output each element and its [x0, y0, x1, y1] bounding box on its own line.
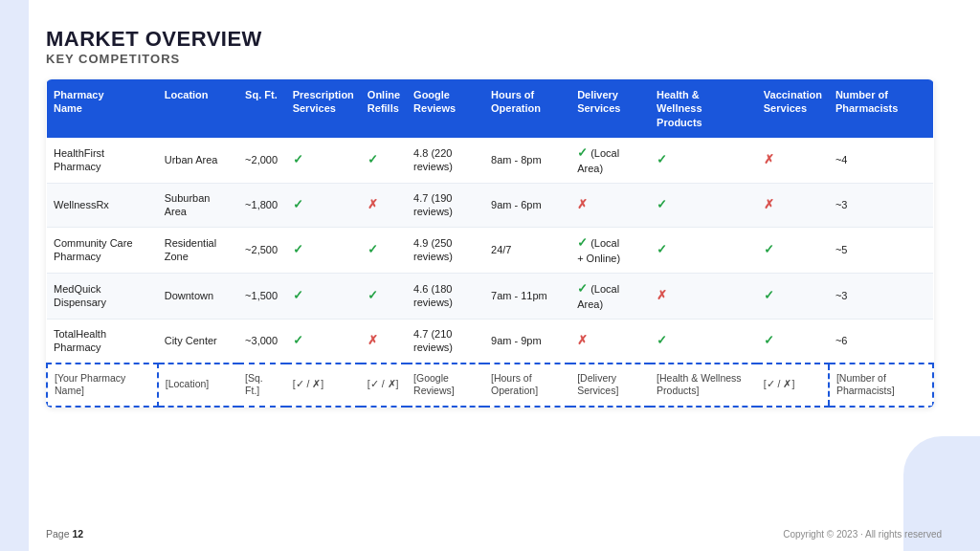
cell-reviews: 4.7 (190 reviews)	[407, 184, 484, 228]
competitors-table: PharmacyName Location Sq. Ft. Prescripti…	[46, 79, 934, 408]
check-icon: ✓	[293, 152, 303, 166]
cell-location: Urban Area	[158, 138, 238, 184]
ph-location: [Location]	[158, 364, 238, 407]
cell-location: Residential Zone	[158, 227, 238, 273]
cell-prescription: ✓	[286, 184, 361, 228]
table-row: MedQuick Dispensary Downtown ~1,500 ✓ ✓ …	[47, 273, 933, 319]
cell-sqft: ~1,800	[238, 184, 286, 228]
check-icon: ✓	[368, 152, 378, 166]
cross-icon: ✗	[368, 333, 378, 347]
ph-online-refills: [✓ / ✗]	[361, 364, 407, 407]
table-row: Community Care Pharmacy Residential Zone…	[47, 227, 933, 273]
col-header-online-refills: OnlineRefills	[361, 79, 407, 138]
cell-name: TotalHealth Pharmacy	[47, 320, 158, 364]
page-subtitle: KEY COMPETITORS	[46, 52, 942, 66]
cell-vaccination: ✓	[757, 320, 829, 364]
check-icon: ✓	[577, 235, 588, 250]
cell-name: WellnessRx	[47, 184, 158, 228]
cell-location: Downtown	[158, 273, 238, 319]
cross-icon: ✗	[368, 197, 378, 211]
cross-icon: ✗	[764, 197, 774, 211]
table-header-row: PharmacyName Location Sq. Ft. Prescripti…	[47, 79, 933, 138]
check-icon: ✓	[293, 333, 303, 347]
col-header-delivery: DeliveryServices	[570, 79, 650, 138]
cell-prescription: ✓	[286, 138, 361, 184]
cell-health: ✓	[650, 227, 757, 273]
col-header-reviews: GoogleReviews	[407, 79, 484, 138]
check-icon: ✓	[293, 242, 303, 256]
cross-icon: ✗	[764, 152, 774, 166]
ph-name: [Your Pharmacy Name]	[47, 364, 158, 407]
ph-vaccination: [✓ / ✗]	[757, 364, 829, 407]
cell-sqft: ~3,000	[238, 320, 286, 364]
table-row: TotalHealth Pharmacy City Center ~3,000 …	[47, 320, 933, 364]
cell-online-refills: ✓	[361, 273, 407, 319]
table-row: HealthFirst Pharmacy Urban Area ~2,000 ✓…	[47, 138, 933, 184]
cell-reviews: 4.7 (210 reviews)	[407, 320, 484, 364]
cell-reviews: 4.6 (180 reviews)	[407, 273, 484, 319]
cross-icon: ✗	[657, 288, 667, 302]
cell-online-refills: ✗	[361, 184, 407, 228]
cell-health: ✓	[650, 184, 757, 228]
ph-hours: [Hours of Operation]	[484, 364, 570, 407]
footer-copyright: Copyright © 2023 · All rights reserved	[783, 529, 942, 540]
deco-left	[0, 0, 29, 551]
check-icon: ✓	[293, 197, 303, 211]
col-header-pharmacists: Number ofPharmacists	[829, 79, 933, 138]
cell-hours: 7am - 11pm	[484, 273, 570, 319]
cell-reviews: 4.9 (250 reviews)	[407, 227, 484, 273]
cell-vaccination: ✗	[757, 138, 829, 184]
check-icon: ✓	[657, 197, 667, 211]
ph-health: [Health & Wellness Products]	[650, 364, 757, 407]
check-icon: ✓	[657, 333, 667, 347]
ph-reviews: [Google Reviews]	[407, 364, 484, 407]
ph-delivery: [Delivery Services]	[570, 364, 650, 407]
cell-prescription: ✓	[286, 273, 361, 319]
cell-sqft: ~2,500	[238, 227, 286, 273]
cell-name: Community Care Pharmacy	[47, 227, 158, 273]
check-icon: ✓	[577, 145, 588, 160]
cell-online-refills: ✗	[361, 320, 407, 364]
check-icon: ✓	[764, 333, 774, 347]
ph-pharmacists: [Number of Pharmacists]	[829, 364, 933, 407]
check-icon: ✓	[368, 288, 378, 302]
cell-delivery: ✗	[570, 320, 650, 364]
col-header-name: PharmacyName	[47, 79, 158, 138]
col-header-prescription: PrescriptionServices	[286, 79, 361, 138]
check-icon: ✓	[764, 242, 774, 256]
header: MARKET OVERVIEW KEY COMPETITORS	[46, 27, 942, 66]
cell-location: Suburban Area	[158, 184, 238, 228]
cell-health: ✓	[650, 138, 757, 184]
cell-delivery: ✗	[570, 184, 650, 228]
cell-vaccination: ✗	[757, 184, 829, 228]
cell-hours: 8am - 8pm	[484, 138, 570, 184]
slide: MARKET OVERVIEW KEY COMPETITORS Pharmacy…	[0, 0, 980, 551]
check-icon: ✓	[657, 152, 667, 166]
cell-sqft: ~2,000	[238, 138, 286, 184]
cell-health: ✗	[650, 273, 757, 319]
cell-delivery: ✓ (LocalArea)	[570, 273, 650, 319]
col-header-health: Health &WellnessProducts	[650, 79, 757, 138]
cell-pharmacists: ~6	[829, 320, 933, 364]
cell-online-refills: ✓	[361, 227, 407, 273]
competitors-table-container: PharmacyName Location Sq. Ft. Prescripti…	[46, 79, 934, 408]
ph-sqft: [Sq. Ft.]	[238, 364, 286, 407]
table-row: WellnessRx Suburban Area ~1,800 ✓ ✗ 4.7 …	[47, 184, 933, 228]
cell-name: HealthFirst Pharmacy	[47, 138, 158, 184]
cell-prescription: ✓	[286, 320, 361, 364]
cell-reviews: 4.8 (220 reviews)	[407, 138, 484, 184]
check-icon: ✓	[657, 242, 667, 256]
cell-location: City Center	[158, 320, 238, 364]
page-number: 12	[72, 528, 83, 540]
cell-pharmacists: ~5	[829, 227, 933, 273]
cell-prescription: ✓	[286, 227, 361, 273]
cell-health: ✓	[650, 320, 757, 364]
cell-vaccination: ✓	[757, 273, 829, 319]
cell-hours: 24/7	[484, 227, 570, 273]
col-header-location: Location	[158, 79, 238, 138]
cell-delivery: ✓ (Local+ Online)	[570, 227, 650, 273]
footer: Page 12 Copyright © 2023 · All rights re…	[46, 528, 942, 540]
cross-icon: ✗	[577, 333, 588, 347]
cell-hours: 9am - 9pm	[484, 320, 570, 364]
cell-vaccination: ✓	[757, 227, 829, 273]
